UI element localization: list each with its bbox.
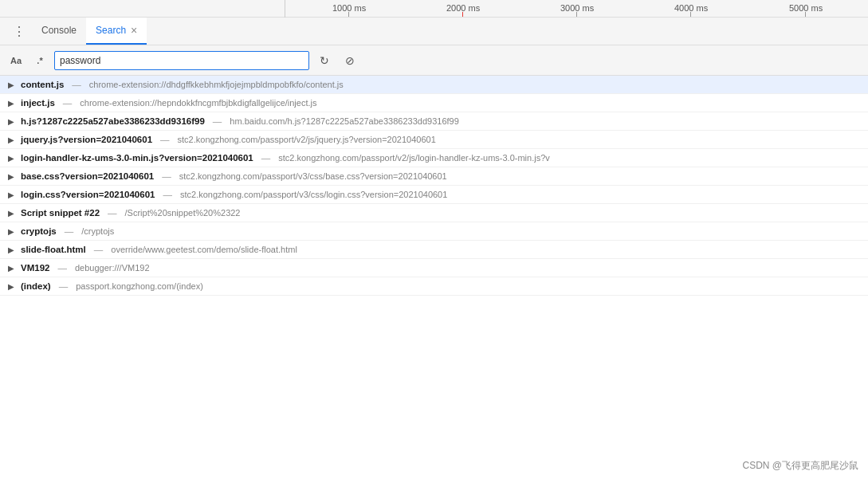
file-name: VM192 <box>21 263 49 273</box>
timeline-tick <box>690 12 691 17</box>
result-group: ▶content.js — chrome-extension://dhdgffk… <box>0 76 868 94</box>
tabs-row: ⋮ Console Search × <box>0 18 868 45</box>
result-group-header[interactable]: ▶Script snippet #22 — /Script%20snippet%… <box>0 204 868 222</box>
result-group: ▶VM192 — debugger:///VM192 <box>0 259 868 277</box>
tab-search[interactable]: Search × <box>86 18 147 45</box>
file-dash: — <box>160 135 170 144</box>
file-url: stc2.kongzhong.com/passport/v2/js/login-… <box>278 153 550 163</box>
file-url: passport.kongzhong.com/(index) <box>76 281 203 291</box>
chevron-right-icon: ▶ <box>6 208 16 218</box>
file-dash: — <box>213 116 222 126</box>
chevron-right-icon: ▶ <box>6 281 16 291</box>
result-group-header[interactable]: ▶login.css?version=2021040601 — stc2.kon… <box>0 186 868 203</box>
regex-button[interactable]: .* <box>30 52 49 69</box>
file-dash: — <box>163 190 172 199</box>
cancel-button[interactable]: ⊘ <box>340 51 360 70</box>
file-name: login.css?version=2021040601 <box>21 190 155 199</box>
results-list: ▶content.js — chrome-extension://dhdgffk… <box>0 76 868 479</box>
file-name: base.css?version=2021040601 <box>21 171 154 181</box>
chevron-right-icon: ▶ <box>6 190 16 199</box>
result-group: ▶h.js?1287c2225a527abe3386233dd9316f99 —… <box>0 112 868 131</box>
chevron-right-icon: ▶ <box>6 135 16 144</box>
file-dash: — <box>94 245 104 254</box>
file-name: content.js <box>21 80 64 89</box>
chevron-right-icon: ▶ <box>6 226 16 236</box>
chevron-right-icon: ▶ <box>6 153 16 163</box>
result-group: ▶(index) — passport.kongzhong.com/(index… <box>0 277 868 296</box>
file-name: Script snippet #22 <box>21 208 100 218</box>
result-group: ▶inject.js — chrome-extension://hepndokk… <box>0 94 868 112</box>
tab-console-label: Console <box>41 25 77 36</box>
timeline-tick <box>348 12 349 17</box>
result-group: ▶slide-float.html — override/www.geetest… <box>0 241 868 259</box>
file-url: debugger:///VM192 <box>75 263 150 273</box>
timeline-marker: 5000 ms <box>789 3 823 13</box>
file-url: /cryptojs <box>81 226 114 236</box>
file-dash: — <box>72 80 81 89</box>
file-name: inject.js <box>21 98 55 108</box>
file-dash: — <box>261 153 271 163</box>
file-url: override/www.geetest.com/demo/slide-floa… <box>111 245 297 254</box>
search-toolbar: Aa .* ↻ ⊘ <box>0 45 868 76</box>
result-group: ▶cryptojs — /cryptojs <box>0 222 868 241</box>
file-name: jquery.js?version=2021040601 <box>21 135 152 144</box>
chevron-right-icon: ▶ <box>6 80 16 89</box>
file-dash: — <box>162 171 171 181</box>
chevron-right-icon: ▶ <box>6 263 16 273</box>
tab-search-close[interactable]: × <box>131 25 137 36</box>
file-name: slide-float.html <box>21 245 86 254</box>
result-group-header[interactable]: ▶content.js — chrome-extension://dhdgffk… <box>0 76 868 93</box>
timeline-tick <box>805 12 806 17</box>
result-group-header[interactable]: ▶inject.js — chrome-extension://hepndokk… <box>0 94 868 112</box>
file-url: chrome-extension://dhdgffkkebhmkfjojejmp… <box>89 80 344 89</box>
result-group: ▶jquery.js?version=2021040601 — stc2.kon… <box>0 131 868 149</box>
file-name: h.js?1287c2225a527abe3386233dd9316f99 <box>21 116 205 126</box>
chevron-right-icon: ▶ <box>6 98 16 108</box>
case-sensitive-button[interactable]: Aa <box>6 52 26 69</box>
result-group-header[interactable]: ▶jquery.js?version=2021040601 — stc2.kon… <box>0 131 868 148</box>
file-dash: — <box>65 226 74 236</box>
result-group-header[interactable]: ▶slide-float.html — override/www.geetest… <box>0 241 868 258</box>
timeline-bar: 1000 ms2000 ms3000 ms4000 ms5000 ms <box>0 0 868 18</box>
file-url: stc2.kongzhong.com/passport/v3/css/login… <box>180 190 447 199</box>
file-dash: — <box>63 98 73 108</box>
timeline-marker: 1000 ms <box>332 3 366 13</box>
file-dash: — <box>108 208 117 218</box>
file-url: chrome-extension://hepndokkfncgmfbjbkdig… <box>80 98 316 108</box>
file-name: (index) <box>21 281 51 291</box>
timeline-marker: 3000 ms <box>560 3 594 13</box>
timeline-marker: 2000 ms <box>446 3 480 13</box>
file-url: /Script%20snippet%20%2322 <box>125 208 241 218</box>
timeline-tick <box>462 12 463 17</box>
file-url: hm.baidu.com/h.js?1287c2225a527abe338623… <box>230 116 458 126</box>
file-dash: — <box>57 263 67 273</box>
result-group: ▶Script snippet #22 — /Script%20snippet%… <box>0 204 868 222</box>
result-group-header[interactable]: ▶login-handler-kz-ums-3.0-min.js?version… <box>0 149 868 167</box>
chevron-right-icon: ▶ <box>6 171 16 181</box>
file-url: stc2.kongzhong.com/passport/v3/css/base.… <box>179 171 447 181</box>
tab-search-label: Search <box>96 25 126 36</box>
result-group-header[interactable]: ▶VM192 — debugger:///VM192 <box>0 259 868 277</box>
search-input[interactable] <box>54 51 309 70</box>
result-group: ▶base.css?version=2021040601 — stc2.kong… <box>0 167 868 186</box>
timeline-marker: 4000 ms <box>674 3 708 13</box>
file-url: stc2.kongzhong.com/passport/v2/js/jquery… <box>178 135 436 144</box>
file-name: cryptojs <box>21 226 57 236</box>
watermark: CSDN @飞得更高肥尾沙鼠 <box>742 459 858 473</box>
tab-console[interactable]: Console <box>32 18 86 45</box>
file-dash: — <box>59 281 69 291</box>
timeline-tick <box>576 12 577 17</box>
result-group: ▶login-handler-kz-ums-3.0-min.js?version… <box>0 149 868 167</box>
refresh-button[interactable]: ↻ <box>314 51 335 70</box>
chevron-right-icon: ▶ <box>6 116 16 126</box>
result-group-header[interactable]: ▶cryptojs — /cryptojs <box>0 222 868 240</box>
timeline-divider <box>285 0 285 18</box>
result-group-header[interactable]: ▶(index) — passport.kongzhong.com/(index… <box>0 277 868 295</box>
chevron-right-icon: ▶ <box>6 245 16 254</box>
result-group-header[interactable]: ▶base.css?version=2021040601 — stc2.kong… <box>0 167 868 185</box>
tabs-more-button[interactable]: ⋮ <box>6 18 32 45</box>
file-name: login-handler-kz-ums-3.0-min.js?version=… <box>21 153 253 163</box>
result-group: ▶login.css?version=2021040601 — stc2.kon… <box>0 186 868 204</box>
result-group-header[interactable]: ▶h.js?1287c2225a527abe3386233dd9316f99 —… <box>0 112 868 130</box>
